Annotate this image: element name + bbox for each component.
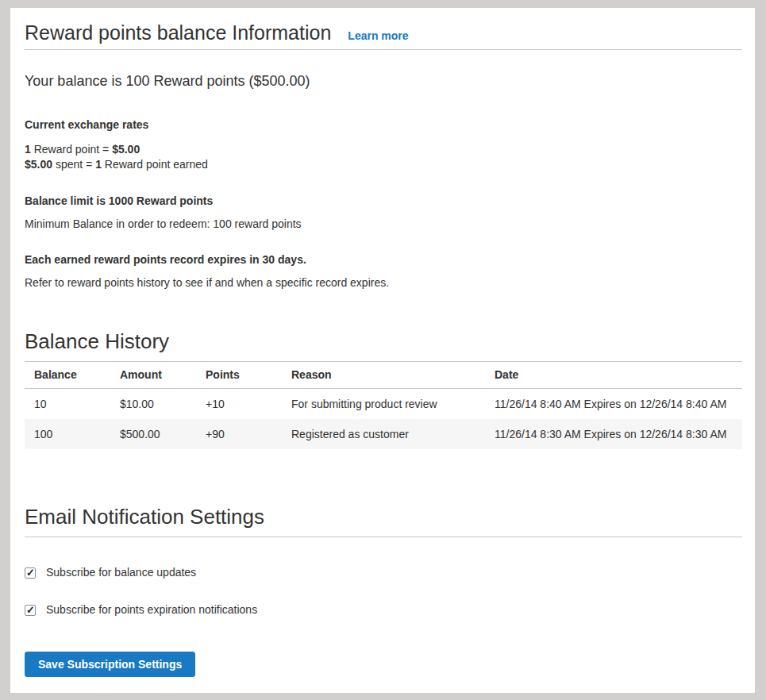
page-header: Reward points balance Information Learn … (25, 21, 742, 50)
cell-reason: Registered as customer (282, 419, 485, 449)
exchange-rate-lines: 1 Reward point = $5.00$5.00 spent = 1 Re… (25, 142, 742, 172)
expiration-notifications-checkbox[interactable] (25, 605, 36, 616)
balance-updates-label[interactable]: Subscribe for balance updates (46, 566, 196, 579)
cell-amount: $10.00 (110, 389, 196, 420)
column-header-reason: Reason (282, 362, 485, 389)
cell-date: 11/26/14 8:40 AM Expires on 12/26/14 8:4… (485, 389, 742, 420)
table-row: 100 $500.00 +90 Registered as customer 1… (25, 419, 742, 449)
expiration-heading: Each earned reward points record expires… (25, 253, 742, 267)
table-row: 10 $10.00 +10 For submitting product rev… (25, 389, 742, 420)
table-header-row: Balance Amount Points Reason Date (25, 362, 742, 389)
cell-date: 11/26/14 8:30 AM Expires on 12/26/14 8:3… (485, 419, 742, 449)
earn-rate-tail: Reward point earned (102, 158, 208, 171)
cell-balance: 100 (25, 419, 110, 449)
cell-balance: 10 (25, 389, 110, 420)
redeem-points-value: 1 (25, 143, 31, 156)
redeem-rate-line: 1 Reward point = $5.00 (25, 143, 140, 156)
balance-history-heading: Balance History (25, 329, 742, 362)
email-settings-heading: Email Notification Settings (25, 505, 742, 537)
earn-rate-text: spent = (52, 158, 95, 171)
balance-limit-heading: Balance limit is 1000 Reward points (25, 194, 742, 208)
minimum-balance-note: Minimum Balance in order to redeem: 100 … (25, 217, 742, 231)
balance-summary: Your balance is 100 Reward points ($500.… (25, 72, 742, 90)
redeem-rate-text: Reward point = (31, 143, 112, 156)
column-header-points: Points (196, 362, 282, 389)
expiration-notifications-label[interactable]: Subscribe for points expiration notifica… (46, 603, 257, 617)
cell-points: +90 (196, 419, 282, 449)
earn-rate-line: $5.00 spent = 1 Reward point earned (25, 158, 208, 171)
page-title: Reward points balance Information (25, 21, 331, 44)
balance-history-table: Balance Amount Points Reason Date 10 $10… (25, 362, 742, 449)
cell-reason: For submitting product review (282, 389, 485, 420)
balance-updates-field: Subscribe for balance updates (25, 566, 742, 579)
column-header-amount: Amount (110, 362, 196, 389)
reward-points-panel: Reward points balance Information Learn … (10, 8, 755, 693)
expiration-note: Refer to reward points history to see if… (25, 276, 742, 290)
save-subscription-settings-button[interactable]: Save Subscription Settings (25, 652, 195, 677)
learn-more-link[interactable]: Learn more (348, 29, 408, 42)
redeem-currency-value: $5.00 (112, 143, 140, 156)
column-header-balance: Balance (25, 362, 110, 389)
column-header-date: Date (485, 362, 742, 389)
cell-points: +10 (196, 389, 282, 420)
cell-amount: $500.00 (110, 419, 196, 449)
balance-updates-checkbox[interactable] (25, 567, 36, 579)
expiration-notifications-field: Subscribe for points expiration notifica… (25, 603, 742, 617)
earn-currency-value: $5.00 (25, 158, 52, 171)
exchange-rates-heading: Current exchange rates (25, 118, 742, 132)
earn-points-value: 1 (95, 158, 102, 171)
